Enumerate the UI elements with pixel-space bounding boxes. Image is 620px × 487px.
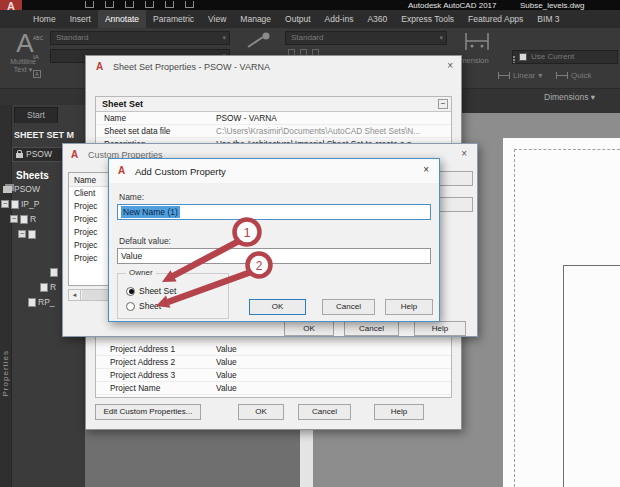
tree-item[interactable]: RP_ xyxy=(28,296,55,308)
help-button[interactable]: Help xyxy=(414,321,466,336)
sheet-icon xyxy=(11,200,19,209)
text-align-icon[interactable]: IA xyxy=(33,54,39,60)
close-icon[interactable]: × xyxy=(447,61,453,71)
tab-home[interactable]: Home xyxy=(26,10,63,28)
ok-button[interactable]: OK xyxy=(284,321,334,336)
tab-bim[interactable]: BIM 3 xyxy=(530,10,566,28)
scroll-left-icon[interactable]: ◂ xyxy=(69,290,81,300)
tab-express-tools[interactable]: Express Tools xyxy=(394,10,461,28)
sheets-header: Sheets xyxy=(16,170,49,181)
collapse-section-icon[interactable]: − xyxy=(438,99,448,109)
sheet-icon xyxy=(50,268,58,277)
cancel-button[interactable]: Cancel xyxy=(322,299,375,315)
leader-style-combo[interactable]: Standard▾ xyxy=(285,31,447,45)
help-button[interactable]: Help xyxy=(385,299,433,315)
property-row[interactable]: Sheet set data file C:\Users\Krasimir\Do… xyxy=(96,125,451,138)
chevron-down-icon: ▾ xyxy=(439,32,443,44)
tab-output[interactable]: Output xyxy=(278,10,318,28)
tab-manage[interactable]: Manage xyxy=(233,10,278,28)
new-icon[interactable] xyxy=(85,1,94,8)
dialog-titlebar: A Add Custom Property × xyxy=(109,159,439,183)
property-row[interactable]: Project Address 2 Value xyxy=(96,356,451,369)
tree-item[interactable]: PSOW xyxy=(3,183,40,195)
tab-featured-apps[interactable]: Featured Apps xyxy=(461,10,530,28)
redo-icon[interactable] xyxy=(185,1,194,8)
tree-item[interactable] xyxy=(50,266,60,278)
property-row[interactable]: Project Name Value xyxy=(96,382,451,395)
autocad-icon: A xyxy=(71,149,78,161)
leader-icon[interactable] xyxy=(245,32,275,50)
save-icon[interactable] xyxy=(125,1,134,8)
quick-dimension-icon xyxy=(556,72,568,79)
dialog-title: Add Custom Property xyxy=(135,166,226,177)
radio-selected-icon[interactable] xyxy=(126,287,135,296)
name-input[interactable]: New Name (1) xyxy=(117,204,431,220)
collapse-icon[interactable]: − xyxy=(18,230,26,238)
owner-groupbox: Owner Sheet Set Sheet xyxy=(117,273,229,319)
linear-icon xyxy=(498,72,510,79)
edit-custom-properties-button[interactable]: Edit Custom Properties... xyxy=(95,404,201,420)
cancel-button[interactable]: Cancel xyxy=(298,404,351,420)
layers-icon xyxy=(512,56,515,58)
collapse-icon[interactable]: − xyxy=(1,200,9,208)
linear-dimension-button[interactable]: Linear ▾ xyxy=(498,71,542,80)
close-icon[interactable]: × xyxy=(461,149,467,159)
owner-legend: Owner xyxy=(126,268,156,277)
chevron-down-icon: ▾ xyxy=(591,92,595,102)
plot-icon[interactable] xyxy=(145,1,154,8)
ribbon-tab-bar: Home Insert Annotate Parametric View Man… xyxy=(0,10,620,28)
start-file-tab[interactable]: Start xyxy=(14,107,58,123)
palette-title: SHEET SET M xyxy=(14,130,84,140)
sheet-icon xyxy=(40,283,48,292)
tab-view[interactable]: View xyxy=(201,10,233,28)
selected-text: New Name (1) xyxy=(121,206,180,218)
add-custom-property-dialog: A Add Custom Property × Name: New Name (… xyxy=(108,158,440,322)
autocad-window: A Autodesk AutoCAD 2017 Subse_levels.dwg… xyxy=(0,0,620,487)
sheet-set-icon xyxy=(3,186,12,193)
property-row[interactable]: Name PSOW - VARNA xyxy=(96,112,451,125)
open-icon[interactable] xyxy=(105,1,114,8)
dimensions-panel-label[interactable]: Dimensions ▾ xyxy=(544,92,595,102)
tree-item[interactable]: − R xyxy=(10,213,36,225)
radio-sheet-set[interactable]: Sheet Set xyxy=(126,286,176,296)
ok-button[interactable]: OK xyxy=(249,299,306,315)
dimension-icon[interactable] xyxy=(464,31,490,52)
application-menu-button[interactable]: A xyxy=(0,0,22,10)
help-button[interactable]: Help xyxy=(374,404,424,420)
property-row[interactable]: Project Address 3 Value xyxy=(96,369,451,382)
chevron-down-icon: ▾ xyxy=(538,71,542,80)
tab-insert[interactable]: Insert xyxy=(63,10,98,28)
tab-add-ins[interactable]: Add-ins xyxy=(318,10,361,28)
tree-item[interactable]: − xyxy=(18,228,38,240)
tree-item[interactable]: R xyxy=(40,281,56,293)
quick-dimension-button[interactable]: Quick xyxy=(556,71,591,80)
property-row[interactable]: Project Address 1 Value xyxy=(96,343,451,356)
layer-combo[interactable]: Use Current xyxy=(512,50,618,64)
collapse-icon[interactable]: − xyxy=(10,215,18,223)
spell-check-icon[interactable]: ABC xyxy=(33,35,43,41)
chevron-down-icon: ▾ xyxy=(29,66,33,73)
sheet-icon xyxy=(28,298,36,307)
close-icon[interactable]: × xyxy=(423,165,429,175)
autocad-icon: A xyxy=(118,165,125,177)
sheet-icon xyxy=(20,215,28,224)
text-frame-icon[interactable]: A xyxy=(33,70,41,78)
ok-button[interactable]: OK xyxy=(238,404,284,420)
text-style-combo[interactable]: Standard▾ xyxy=(50,31,230,45)
sheet-set-section-header[interactable]: Sheet Set − xyxy=(96,97,451,112)
dialog-title: Sheet Set Properties - PSOW - VARNA xyxy=(113,62,270,72)
lock-icon xyxy=(16,153,23,158)
cancel-button[interactable]: Cancel xyxy=(344,321,399,336)
radio-sheet[interactable]: Sheet xyxy=(126,301,161,311)
tree-item[interactable]: − IP_P xyxy=(1,198,39,210)
undo-icon[interactable] xyxy=(165,1,174,8)
tab-annotate[interactable]: Annotate xyxy=(98,10,146,28)
tab-parametric[interactable]: Parametric xyxy=(146,10,201,28)
default-value-input[interactable]: Value xyxy=(117,248,431,264)
chevron-down-icon: ▾ xyxy=(222,32,226,44)
sheet-icon xyxy=(28,230,36,239)
tab-a360[interactable]: A360 xyxy=(360,10,394,28)
radio-unselected-icon[interactable] xyxy=(126,302,135,311)
quick-access-toolbar xyxy=(85,1,194,8)
layout-viewport[interactable] xyxy=(563,265,620,487)
